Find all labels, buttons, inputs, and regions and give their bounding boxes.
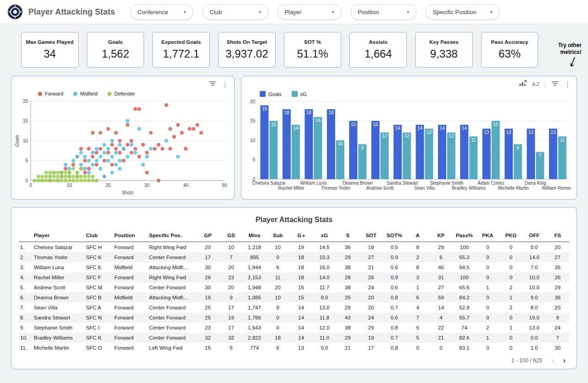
chevron-down-icon: ▼ bbox=[489, 10, 493, 14]
svg-text:30: 30 bbox=[144, 183, 150, 188]
column-header[interactable]: SOT% bbox=[383, 229, 406, 242]
svg-text:Michelle Martin: Michelle Martin bbox=[498, 186, 529, 191]
scorecard-expected-goals: Expected Goals 1,772.1 bbox=[152, 32, 210, 68]
chevron-left-icon[interactable]: ‹ bbox=[551, 356, 554, 364]
svg-text:13: 13 bbox=[506, 130, 512, 135]
charts-row: ⋮ Forward Midfield Defender 051015200102… bbox=[0, 69, 588, 200]
goals-swatch-icon bbox=[260, 91, 266, 97]
filter-conference[interactable]: Conference ▼ bbox=[130, 4, 193, 20]
svg-text:18: 18 bbox=[284, 110, 289, 115]
column-header[interactable]: xG bbox=[313, 229, 336, 242]
column-header[interactable]: S bbox=[336, 229, 359, 242]
column-header[interactable]: Pass% bbox=[453, 229, 476, 242]
scorecard-value: 1,562 bbox=[102, 48, 129, 60]
svg-text:40: 40 bbox=[183, 183, 189, 188]
svg-text:Deanna Brown: Deanna Brown bbox=[343, 181, 373, 186]
scorecard-label: Assists bbox=[369, 39, 388, 45]
svg-text:Stephanie Smith: Stephanie Smith bbox=[430, 181, 463, 186]
more-options-icon[interactable]: ⋮ bbox=[564, 81, 571, 88]
column-header[interactable]: PKG bbox=[499, 229, 523, 242]
try-other-metrics-note: Try other metrics! bbox=[546, 32, 582, 69]
column-header[interactable]: Player bbox=[32, 229, 85, 242]
svg-text:18: 18 bbox=[328, 110, 334, 115]
svg-text:14: 14 bbox=[462, 126, 467, 131]
table-row: 4.Rachel MillerSFC FForwardRight Wing Fw… bbox=[19, 272, 569, 282]
scorecard-max-games: Max Games Played 34 bbox=[21, 32, 79, 68]
filter-club[interactable]: Club ▼ bbox=[203, 4, 268, 20]
scorecard-value: 63% bbox=[499, 48, 521, 60]
legend-item-goals[interactable]: Goals bbox=[260, 91, 282, 97]
svg-text:15: 15 bbox=[351, 122, 356, 127]
svg-text:Shots: Shots bbox=[122, 190, 134, 195]
filter-icon[interactable] bbox=[209, 80, 216, 88]
column-header[interactable]: SOT bbox=[359, 229, 383, 242]
column-header[interactable]: FS bbox=[546, 229, 569, 242]
table-row: 8.Sandra StewartSFC NForwardCenter Forwa… bbox=[19, 313, 569, 323]
bar-panel: A↓Z | ⋮ Goals xG 051015201915Chelsea Sal… bbox=[241, 76, 577, 200]
legend-item-defender[interactable]: Defender bbox=[107, 91, 135, 96]
filter-label: Player bbox=[284, 9, 301, 16]
more-options-icon[interactable]: ⋮ bbox=[222, 81, 229, 88]
svg-text:13: 13 bbox=[484, 130, 489, 135]
svg-text:13: 13 bbox=[551, 130, 556, 135]
chevron-down-icon: ▼ bbox=[183, 10, 187, 14]
column-header[interactable]: Club bbox=[85, 229, 113, 242]
column-header[interactable]: Specific Pos. bbox=[148, 229, 196, 242]
scorecard-label: Goals bbox=[108, 39, 123, 45]
filter-bar: Conference ▼ Club ▼ Player ▼ Position ▼ … bbox=[130, 4, 500, 20]
svg-text:Thomas Yoder: Thomas Yoder bbox=[321, 186, 351, 191]
table-body: 1.Chelsea SalazarSFC HForwardRight Wing … bbox=[19, 242, 569, 353]
table-header-row: PlayerClubPositionSpecific Pos.GPGSMinsS… bbox=[19, 229, 569, 242]
column-header[interactable]: A bbox=[406, 229, 429, 242]
column-header[interactable]: PKA bbox=[476, 229, 499, 242]
column-header[interactable] bbox=[19, 229, 32, 242]
svg-text:9: 9 bbox=[517, 145, 519, 150]
stats-table: PlayerClubPositionSpecific Pos.GPGSMinsS… bbox=[19, 229, 569, 353]
scorecard-label: SOT % bbox=[304, 39, 321, 45]
column-header[interactable]: G ▾ bbox=[289, 229, 313, 242]
filter-specific-position[interactable]: Specific Position ▼ bbox=[426, 4, 500, 20]
svg-text:15: 15 bbox=[23, 118, 28, 123]
svg-text:12: 12 bbox=[382, 133, 388, 138]
column-header[interactable]: Sub bbox=[266, 229, 289, 242]
svg-text:William Luna: William Luna bbox=[300, 181, 327, 186]
svg-text:Adam Cortez: Adam Cortez bbox=[478, 181, 504, 186]
legend-item-forward[interactable]: Forward bbox=[38, 91, 63, 96]
svg-text:William Romero: William Romero bbox=[541, 186, 572, 191]
column-header[interactable]: Mins bbox=[243, 229, 266, 242]
optional-metrics-icon[interactable] bbox=[519, 80, 527, 88]
page-title: Player Attacking Stats bbox=[28, 7, 115, 17]
sort-az-icon[interactable]: A↓Z bbox=[532, 82, 539, 87]
filter-icon[interactable] bbox=[551, 80, 559, 88]
svg-text:14: 14 bbox=[293, 126, 299, 131]
filter-label: Conference bbox=[137, 9, 168, 16]
column-header[interactable]: Position bbox=[113, 229, 148, 242]
column-header[interactable]: GP bbox=[196, 229, 219, 242]
svg-text:20: 20 bbox=[106, 183, 111, 188]
legend-item-xg[interactable]: xG bbox=[292, 91, 307, 97]
app-header: Player Attacking Stats Conference ▼ Club… bbox=[0, 0, 588, 24]
legend-item-midfield[interactable]: Midfield bbox=[73, 91, 97, 96]
scorecard-row: Max Games Played 34 Goals 1,562 Expected… bbox=[0, 24, 588, 69]
column-header[interactable]: GS bbox=[219, 229, 243, 242]
table-row: 1.Chelsea SalazarSFC HForwardRight Wing … bbox=[19, 242, 569, 252]
column-header[interactable]: OFF bbox=[523, 229, 546, 242]
svg-text:Rachel Miller: Rachel Miller bbox=[278, 186, 305, 191]
defender-dot-icon bbox=[107, 92, 112, 96]
legend-label: Goals bbox=[268, 91, 282, 97]
svg-text:10: 10 bbox=[67, 183, 72, 188]
svg-text:Dana King: Dana King bbox=[525, 181, 546, 186]
svg-text:Goals: Goals bbox=[15, 135, 20, 147]
column-header[interactable]: KP bbox=[429, 229, 453, 242]
scorecard-sot-pct: SOT % 51.1% bbox=[284, 32, 342, 68]
svg-text:Chelsea Salazar: Chelsea Salazar bbox=[252, 181, 286, 186]
svg-text:11: 11 bbox=[471, 138, 476, 143]
filter-position[interactable]: Position ▼ bbox=[351, 4, 417, 20]
table-row: 2.Thomas YoderSFC KForwardCenter Forward… bbox=[19, 252, 569, 262]
svg-text:Bradley Williams: Bradley Williams bbox=[452, 186, 486, 191]
svg-text:19: 19 bbox=[262, 106, 267, 112]
filter-player[interactable]: Player ▼ bbox=[278, 4, 342, 20]
chevron-right-icon[interactable]: › bbox=[563, 356, 566, 364]
svg-text:0: 0 bbox=[29, 183, 32, 188]
table-row: 11.Michelle MartinSFC OForwardLeft Wing … bbox=[19, 343, 569, 353]
